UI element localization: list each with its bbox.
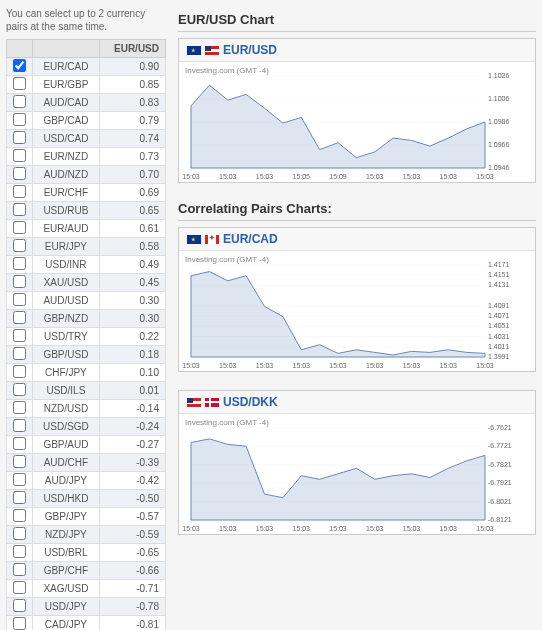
pair-value: -0.66 [99, 562, 165, 580]
pair-checkbox[interactable] [13, 275, 26, 288]
svg-text:1.0986: 1.0986 [488, 118, 510, 125]
pair-checkbox[interactable] [13, 509, 26, 522]
pair-checkbox[interactable] [13, 563, 26, 576]
correlating-title: Correlating Pairs Charts: [178, 201, 536, 221]
pair-label: GBP/JPY [33, 508, 100, 526]
table-row: XAG/USD-0.71 [7, 580, 166, 598]
svg-text:15:03: 15:03 [256, 525, 274, 532]
pair-label: GBP/USD [33, 346, 100, 364]
pair-checkbox[interactable] [13, 473, 26, 486]
pair-label: USD/HKD [33, 490, 100, 508]
svg-text:15:09: 15:09 [329, 173, 347, 180]
chart-pair-label: USD/DKK [223, 395, 278, 409]
table-row: NZD/USD-0.14 [7, 400, 166, 418]
chart-header: EUR/CAD [179, 228, 535, 251]
svg-text:15:03: 15:03 [366, 525, 384, 532]
pair-checkbox[interactable] [13, 599, 26, 612]
pair-label: USD/BRL [33, 544, 100, 562]
pair-checkbox[interactable] [13, 347, 26, 360]
col-pair [33, 40, 100, 58]
pair-checkbox[interactable] [13, 545, 26, 558]
pair-label: USD/TRY [33, 328, 100, 346]
pair-checkbox[interactable] [13, 329, 26, 342]
svg-text:-6.8121: -6.8121 [488, 516, 512, 523]
pair-value: -0.42 [99, 472, 165, 490]
svg-text:-6.7821: -6.7821 [488, 461, 512, 468]
pair-checkbox[interactable] [13, 59, 26, 72]
table-row: EUR/GBP0.85 [7, 76, 166, 94]
table-row: EUR/NZD0.73 [7, 148, 166, 166]
pair-label: NZD/USD [33, 400, 100, 418]
table-row: GBP/CAD0.79 [7, 112, 166, 130]
svg-text:1.4011: 1.4011 [488, 343, 510, 350]
pair-checkbox[interactable] [13, 383, 26, 396]
pair-value: -0.24 [99, 418, 165, 436]
col-val: EUR/USD [99, 40, 165, 58]
svg-text:15:03: 15:03 [439, 173, 457, 180]
pair-label: USD/ILS [33, 382, 100, 400]
svg-text:15:03: 15:03 [403, 173, 421, 180]
pair-checkbox[interactable] [13, 491, 26, 504]
pair-checkbox[interactable] [13, 167, 26, 180]
svg-text:15:03: 15:03 [403, 525, 421, 532]
svg-text:1.0946: 1.0946 [488, 164, 510, 171]
eu-flag-icon [187, 46, 201, 55]
chart-box: USD/DKKInvesting.com (GMT -4)-6.8121-6.8… [178, 390, 536, 535]
pair-checkbox[interactable] [13, 437, 26, 450]
pair-checkbox[interactable] [13, 239, 26, 252]
pair-checkbox[interactable] [13, 527, 26, 540]
svg-text:-6.8021: -6.8021 [488, 498, 512, 505]
pair-checkbox[interactable] [13, 203, 26, 216]
pair-checkbox[interactable] [13, 293, 26, 306]
pair-checkbox[interactable] [13, 113, 26, 126]
table-row: GBP/USD0.18 [7, 346, 166, 364]
pair-label: USD/JPY [33, 598, 100, 616]
table-row: CHF/JPY0.10 [7, 364, 166, 382]
pair-value: -0.81 [99, 616, 165, 631]
pair-checkbox[interactable] [13, 365, 26, 378]
pair-checkbox[interactable] [13, 311, 26, 324]
chart-box: EUR/CADInvesting.com (GMT -4)1.41711.415… [178, 227, 536, 372]
pair-label: EUR/JPY [33, 238, 100, 256]
chart-area[interactable]: Investing.com (GMT -4)1.10261.10061.0986… [179, 62, 535, 182]
pair-checkbox[interactable] [13, 185, 26, 198]
pair-value: -0.78 [99, 598, 165, 616]
table-row: AUD/CHF-0.39 [7, 454, 166, 472]
pair-value: 0.85 [99, 76, 165, 94]
pair-label: CHF/JPY [33, 364, 100, 382]
pair-checkbox[interactable] [13, 257, 26, 270]
ca-flag-icon [205, 235, 219, 244]
pair-checkbox[interactable] [13, 617, 26, 630]
table-row: CAD/JPY-0.81 [7, 616, 166, 631]
chart-area[interactable]: Investing.com (GMT -4)-6.8121-6.8021-6.7… [179, 414, 535, 534]
svg-text:1.0966: 1.0966 [488, 141, 510, 148]
main-chart-title: EUR/USD Chart [178, 12, 536, 32]
svg-text:1.1026: 1.1026 [488, 72, 510, 79]
svg-text:15:03: 15:03 [256, 173, 274, 180]
pair-label: AUD/USD [33, 292, 100, 310]
pair-label: GBP/AUD [33, 436, 100, 454]
pair-checkbox[interactable] [13, 455, 26, 468]
svg-text:15:03: 15:03 [219, 362, 237, 369]
pair-checkbox[interactable] [13, 401, 26, 414]
svg-text:15:03: 15:03 [329, 525, 347, 532]
pair-checkbox[interactable] [13, 95, 26, 108]
pair-checkbox[interactable] [13, 77, 26, 90]
pair-checkbox[interactable] [13, 131, 26, 144]
pair-checkbox[interactable] [13, 581, 26, 594]
pair-checkbox[interactable] [13, 419, 26, 432]
svg-text:15:03: 15:03 [403, 362, 421, 369]
pair-value: 0.79 [99, 112, 165, 130]
pair-checkbox[interactable] [13, 221, 26, 234]
col-check [7, 40, 33, 58]
pair-label: USD/INR [33, 256, 100, 274]
chart-pair-label: EUR/USD [223, 43, 277, 57]
chart-area[interactable]: Investing.com (GMT -4)1.41711.41511.4131… [179, 251, 535, 371]
table-row: NZD/JPY-0.59 [7, 526, 166, 544]
pair-checkbox[interactable] [13, 149, 26, 162]
pair-value: 0.10 [99, 364, 165, 382]
pair-value: 0.61 [99, 220, 165, 238]
svg-text:15:03: 15:03 [219, 525, 237, 532]
chart-source-label: Investing.com (GMT -4) [185, 255, 269, 264]
pair-value: 0.30 [99, 292, 165, 310]
